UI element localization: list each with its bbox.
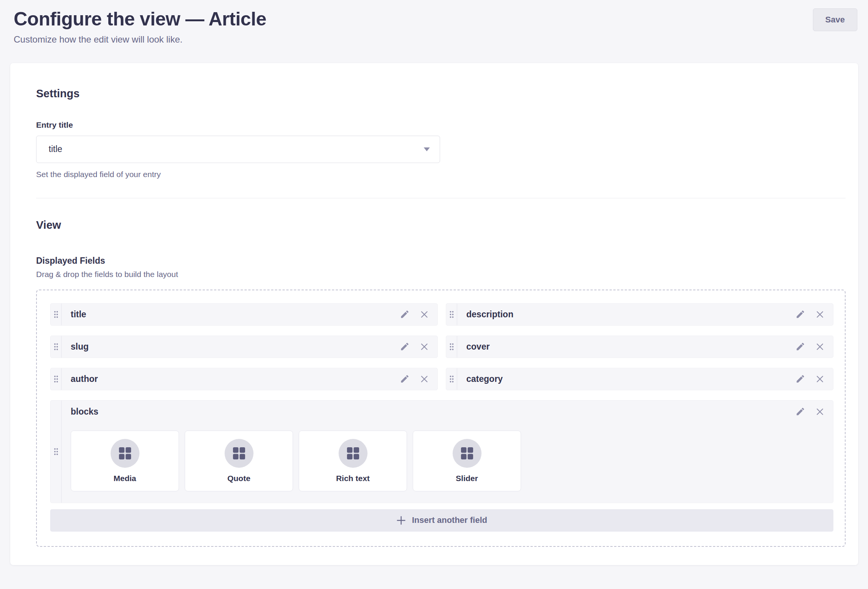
displayed-fields-hint: Drag & drop the fields to build the layo… bbox=[36, 270, 846, 279]
component-card[interactable]: Slider bbox=[413, 431, 521, 491]
blocks-field-label: blocks bbox=[71, 407, 98, 417]
drag-handle[interactable] bbox=[51, 401, 62, 503]
field-row[interactable]: cover bbox=[446, 336, 833, 358]
edit-field-button[interactable] bbox=[400, 309, 410, 319]
drag-handle[interactable] bbox=[51, 368, 62, 390]
component-label: Slider bbox=[456, 474, 478, 483]
pencil-icon bbox=[795, 309, 805, 319]
page-subtitle: Customize how the edit view will look li… bbox=[14, 34, 266, 45]
component-grid-icon bbox=[461, 447, 474, 460]
component-icon-circle bbox=[225, 439, 253, 468]
drag-handle-dots-icon bbox=[53, 342, 59, 351]
remove-field-button[interactable] bbox=[815, 342, 825, 352]
entry-title-hint: Set the displayed field of your entry bbox=[36, 170, 846, 179]
fields-grid: title description bbox=[50, 303, 833, 390]
settings-heading: Settings bbox=[36, 87, 846, 100]
remove-field-button[interactable] bbox=[815, 310, 825, 319]
field-row[interactable]: description bbox=[446, 303, 833, 326]
edit-field-button[interactable] bbox=[795, 374, 805, 384]
field-row[interactable]: slug bbox=[50, 336, 438, 358]
drag-handle[interactable] bbox=[51, 336, 62, 358]
drag-handle-dots-icon bbox=[449, 375, 455, 383]
field-row[interactable]: category bbox=[446, 368, 833, 390]
page-header: Configure the view — Article Customize h… bbox=[0, 0, 868, 45]
section-divider bbox=[36, 198, 846, 198]
blocks-field-row[interactable]: blocks Media bbox=[50, 400, 833, 503]
field-label: author bbox=[62, 374, 400, 384]
component-card[interactable]: Quote bbox=[185, 431, 293, 491]
component-icon-circle bbox=[453, 439, 482, 468]
entry-title-label: Entry title bbox=[36, 120, 846, 130]
close-icon bbox=[815, 374, 825, 384]
drag-handle[interactable] bbox=[446, 304, 457, 325]
remove-field-button[interactable] bbox=[815, 407, 825, 416]
drag-handle-dots-icon bbox=[53, 310, 59, 319]
edit-field-button[interactable] bbox=[795, 309, 805, 319]
component-card[interactable]: Media bbox=[71, 431, 179, 491]
close-icon bbox=[420, 342, 429, 352]
pencil-icon bbox=[795, 407, 805, 416]
component-card[interactable]: Rich text bbox=[299, 431, 407, 491]
insert-another-field-button[interactable]: Insert another field bbox=[50, 509, 833, 532]
field-row[interactable]: author bbox=[50, 368, 438, 390]
component-icon-circle bbox=[339, 439, 367, 468]
displayed-fields-heading: Displayed Fields bbox=[36, 256, 846, 266]
close-icon bbox=[420, 374, 429, 384]
close-icon bbox=[815, 342, 825, 352]
entry-title-select[interactable]: title bbox=[36, 136, 440, 163]
pencil-icon bbox=[400, 309, 410, 319]
remove-field-button[interactable] bbox=[420, 342, 429, 352]
drag-handle-dots-icon bbox=[449, 310, 455, 319]
edit-field-button[interactable] bbox=[795, 342, 805, 352]
blocks-content: blocks Media bbox=[62, 401, 833, 503]
configuration-card: Settings Entry title title Set the displ… bbox=[10, 63, 858, 565]
component-label: Quote bbox=[227, 474, 250, 483]
edit-field-button[interactable] bbox=[400, 374, 410, 384]
plus-icon bbox=[396, 516, 406, 525]
drag-handle-dots-icon bbox=[53, 375, 59, 383]
field-label: title bbox=[62, 309, 400, 320]
field-row[interactable]: title bbox=[50, 303, 438, 326]
drag-handle[interactable] bbox=[446, 336, 457, 358]
field-label: slug bbox=[62, 342, 400, 352]
view-heading: View bbox=[36, 219, 846, 231]
drag-handle[interactable] bbox=[51, 304, 62, 325]
edit-field-button[interactable] bbox=[400, 342, 410, 352]
edit-field-button[interactable] bbox=[795, 407, 805, 416]
field-label: category bbox=[457, 374, 795, 384]
close-icon bbox=[815, 310, 825, 319]
component-label: Rich text bbox=[336, 474, 370, 483]
field-label: cover bbox=[457, 342, 795, 352]
close-icon bbox=[420, 310, 429, 319]
components-row: Media Quote Rich text bbox=[71, 431, 825, 491]
field-label: description bbox=[457, 309, 795, 320]
remove-field-button[interactable] bbox=[420, 310, 429, 319]
page-header-text: Configure the view — Article Customize h… bbox=[14, 8, 266, 45]
drag-handle-dots-icon bbox=[449, 342, 455, 351]
close-icon bbox=[815, 407, 825, 416]
component-label: Media bbox=[114, 474, 136, 483]
insert-another-field-label: Insert another field bbox=[412, 515, 487, 525]
drag-handle-dots-icon bbox=[53, 447, 59, 456]
component-icon-circle bbox=[111, 439, 139, 468]
chevron-down-icon bbox=[424, 147, 430, 151]
component-grid-icon bbox=[233, 447, 246, 460]
page-title: Configure the view — Article bbox=[14, 8, 266, 30]
component-grid-icon bbox=[347, 447, 360, 460]
drag-handle[interactable] bbox=[446, 368, 457, 390]
save-button[interactable]: Save bbox=[813, 8, 857, 31]
pencil-icon bbox=[400, 342, 410, 352]
remove-field-button[interactable] bbox=[420, 374, 429, 384]
entry-title-select-value: title bbox=[49, 144, 62, 154]
pencil-icon bbox=[400, 374, 410, 384]
remove-field-button[interactable] bbox=[815, 374, 825, 384]
component-grid-icon bbox=[119, 447, 131, 460]
pencil-icon bbox=[795, 374, 805, 384]
pencil-icon bbox=[795, 342, 805, 352]
fields-dropzone: title description bbox=[36, 290, 846, 547]
